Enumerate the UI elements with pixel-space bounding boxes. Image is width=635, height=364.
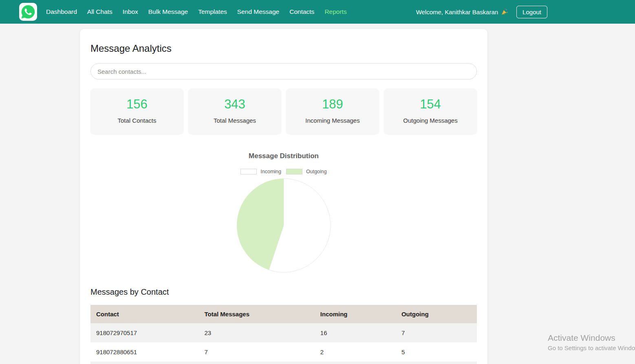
stat-value: 189 bbox=[286, 97, 379, 112]
messages-by-contact-table: ContactTotal MessagesIncomingOutgoing 91… bbox=[90, 305, 477, 364]
stat-card-total-messages: 343Total Messages bbox=[188, 88, 281, 134]
pie-chart-wrap bbox=[90, 178, 477, 273]
table-cell: 7 bbox=[198, 342, 314, 362]
table-cell: 5 bbox=[198, 362, 314, 364]
nav-item-dashboard[interactable]: Dashboard bbox=[46, 8, 77, 15]
legend-item-incoming[interactable]: Incoming bbox=[240, 169, 281, 174]
nav-item-contacts[interactable]: Contacts bbox=[289, 8, 314, 15]
stat-value: 156 bbox=[90, 97, 183, 112]
stat-label: Total Contacts bbox=[90, 117, 183, 124]
stat-card-total-contacts: 156Total Contacts bbox=[90, 88, 183, 134]
table-cell: 7 bbox=[396, 323, 477, 342]
windows-activation-watermark: Activate Windows Go to Settings to activ… bbox=[548, 333, 635, 351]
whatsapp-logo-icon[interactable] bbox=[19, 3, 37, 21]
legend-swatch-outgoing bbox=[286, 169, 302, 174]
stat-value: 343 bbox=[188, 97, 281, 112]
navbar: DashboardAll ChatsInboxBulk MessageTempl… bbox=[0, 0, 635, 24]
nav-item-bulk-message[interactable]: Bulk Message bbox=[148, 8, 188, 15]
table-header-row: ContactTotal MessagesIncomingOutgoing bbox=[90, 305, 477, 323]
watermark-subtitle: Go to Settings to activate Windows bbox=[548, 344, 635, 351]
legend-item-outgoing[interactable]: Outgoing bbox=[286, 169, 327, 174]
table-cell: 5 bbox=[396, 362, 477, 364]
table-cell: 918072970517 bbox=[90, 323, 198, 342]
table-cell: 5 bbox=[396, 342, 477, 362]
table-cell: 2 bbox=[315, 342, 396, 362]
table-title: Messages by Contact bbox=[90, 287, 477, 297]
party-popper-icon bbox=[501, 8, 508, 15]
stat-label: Outgoing Messages bbox=[384, 117, 477, 124]
table-body: 9180729705172316791807288065172580729705… bbox=[90, 323, 477, 364]
nav-right: Welcome, Kanithkar Baskaran Logout bbox=[416, 6, 547, 18]
legend-label: Incoming bbox=[260, 169, 281, 174]
stat-card-outgoing-messages: 154Outgoing Messages bbox=[384, 88, 477, 134]
column-header-total-messages: Total Messages bbox=[198, 305, 314, 323]
analytics-card: Message Analytics 156Total Contacts343To… bbox=[80, 29, 487, 364]
table-head: ContactTotal MessagesIncomingOutgoing bbox=[90, 305, 477, 323]
nav-item-all-chats[interactable]: All Chats bbox=[87, 8, 112, 15]
stat-value: 154 bbox=[384, 97, 477, 112]
main-nav: DashboardAll ChatsInboxBulk MessageTempl… bbox=[46, 8, 347, 15]
pie-chart bbox=[236, 178, 331, 273]
legend-swatch-incoming bbox=[240, 169, 257, 174]
table-row: 8072970517505 bbox=[90, 362, 477, 364]
watermark-title: Activate Windows bbox=[548, 333, 635, 343]
legend-label: Outgoing bbox=[306, 169, 327, 174]
welcome-text: Welcome, Kanithkar Baskaran bbox=[416, 8, 508, 15]
column-header-outgoing: Outgoing bbox=[396, 305, 477, 323]
welcome-label: Welcome, Kanithkar Baskaran bbox=[416, 9, 498, 15]
stat-label: Incoming Messages bbox=[286, 117, 379, 124]
stat-card-incoming-messages: 189Incoming Messages bbox=[286, 88, 379, 134]
table-row: 918072880651725 bbox=[90, 342, 477, 362]
stats-row: 156Total Contacts343Total Messages189Inc… bbox=[90, 88, 477, 134]
search-input[interactable] bbox=[90, 63, 477, 79]
chart-section: Message Distribution IncomingOutgoing bbox=[90, 152, 477, 273]
whatsapp-bubble-icon bbox=[21, 5, 35, 19]
nav-item-reports[interactable]: Reports bbox=[324, 8, 346, 15]
table-row: 91807297051723167 bbox=[90, 323, 477, 342]
chart-legend: IncomingOutgoing bbox=[90, 169, 477, 174]
column-header-contact: Contact bbox=[90, 305, 198, 323]
table-cell: 8072970517 bbox=[90, 362, 198, 364]
nav-item-send-message[interactable]: Send Message bbox=[237, 8, 279, 15]
logout-button[interactable]: Logout bbox=[516, 6, 547, 18]
table-cell: 16 bbox=[315, 323, 396, 342]
table-cell: 0 bbox=[315, 362, 396, 364]
stat-label: Total Messages bbox=[188, 117, 281, 124]
table-cell: 23 bbox=[198, 323, 314, 342]
nav-item-templates[interactable]: Templates bbox=[198, 8, 227, 15]
nav-item-inbox[interactable]: Inbox bbox=[123, 8, 138, 15]
table-cell: 918072880651 bbox=[90, 342, 198, 362]
page-title: Message Analytics bbox=[90, 43, 477, 54]
chart-title: Message Distribution bbox=[90, 152, 477, 160]
column-header-incoming: Incoming bbox=[315, 305, 396, 323]
